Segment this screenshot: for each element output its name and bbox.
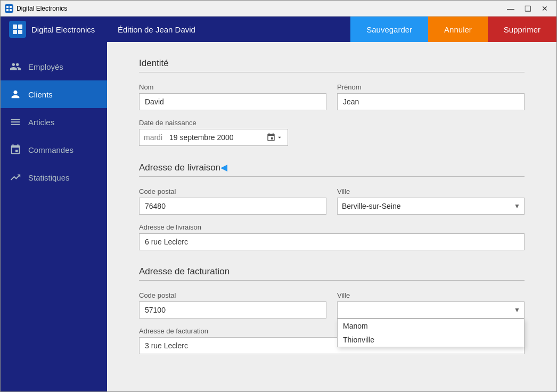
sidebar: Employés Clients Articles [1, 42, 107, 391]
svg-rect-6 [13, 30, 17, 34]
facturation-section: Adresse de facturation Code postal Ville… [139, 266, 525, 354]
app-logo: Digital Electronics [1, 17, 107, 42]
sidebar-label-articles: Articles [28, 118, 54, 127]
sidebar-label-commandes: Commandes [28, 145, 73, 154]
facturation-ville-group: Ville Manom Thionville ▼ Manom Thionvill [337, 291, 525, 318]
window-controls: — ❑ ✕ [503, 3, 552, 14]
close-button[interactable]: ✕ [537, 3, 552, 14]
sidebar-item-commandes[interactable]: Commandes [1, 136, 107, 164]
delete-button[interactable]: Supprimer [488, 17, 556, 42]
livraison-cp-label: Code postal [139, 187, 326, 195]
livraison-ville-group: Ville Berville-sur-Seine ▼ [337, 187, 525, 215]
identity-title: Identité [139, 58, 525, 69]
livraison-cp-input[interactable] [139, 198, 326, 215]
svg-rect-5 [18, 24, 22, 29]
livraison-adresse-group: Adresse de livraison [139, 223, 525, 250]
articles-icon [9, 116, 22, 128]
livraison-ville-select[interactable]: Berville-sur-Seine [337, 198, 525, 215]
clients-icon [9, 88, 22, 101]
sidebar-label-statistiques: Statistiques [28, 173, 70, 182]
commandes-icon [9, 143, 22, 156]
nom-label: Nom [139, 83, 326, 91]
facturation-cp-ville-row: Code postal Ville Manom Thionville ▼ [139, 291, 525, 318]
prenom-group: Prénom [337, 83, 525, 110]
minimize-button[interactable]: — [503, 3, 518, 14]
facturation-cp-group: Code postal [139, 291, 326, 318]
logo-icon [9, 21, 26, 38]
maximize-button[interactable]: ❑ [520, 3, 535, 14]
sidebar-item-employes[interactable]: Employés [1, 53, 107, 80]
date-value: 19 septembre 2000 [169, 133, 234, 142]
calendar-icon[interactable] [266, 133, 276, 142]
livraison-adresse-input[interactable] [139, 233, 525, 250]
identity-divider [139, 72, 525, 72]
identity-date-row: Date de naissance mardi 19 septembre 200… [139, 119, 525, 146]
date-group: Date de naissance mardi 19 septembre 200… [139, 119, 288, 146]
facturation-divider [139, 280, 525, 281]
identity-section: Identité Nom Prénom Date de naissance [139, 58, 525, 146]
page-title: Édition de Jean David [107, 17, 350, 42]
sidebar-item-clients[interactable]: Clients [1, 80, 107, 108]
employes-icon [9, 60, 22, 73]
svg-rect-1 [10, 6, 12, 8]
app-icon [5, 4, 13, 13]
date-label: Date de naissance [139, 119, 288, 127]
page-title-text: Édition de Jean David [118, 25, 195, 34]
facturation-ville-wrapper: Manom Thionville ▼ [337, 301, 525, 318]
prenom-label: Prénom [337, 83, 525, 91]
sidebar-item-articles[interactable]: Articles [1, 108, 107, 136]
svg-rect-3 [10, 9, 12, 11]
livraison-divider [139, 176, 525, 177]
livraison-section: Adresse de livraison◀ Code postal Ville … [139, 162, 525, 250]
sidebar-item-statistiques[interactable]: Statistiques [1, 164, 107, 191]
main-layout: Employés Clients Articles [1, 42, 556, 391]
sidebar-label-clients: Clients [28, 90, 53, 99]
identity-name-row: Nom Prénom [139, 83, 525, 110]
svg-rect-0 [6, 6, 9, 8]
facturation-ville-label: Ville [337, 291, 525, 299]
statistiques-icon [9, 171, 22, 184]
facturation-ville-dropdown: Manom Thionville [337, 318, 525, 347]
nom-group: Nom [139, 83, 326, 110]
svg-rect-4 [13, 24, 17, 29]
sidebar-label-employes: Employés [28, 62, 63, 71]
date-day: mardi [144, 133, 165, 142]
livraison-ville-label: Ville [337, 187, 525, 195]
app-name: Digital Electronics [31, 25, 95, 34]
date-picker[interactable]: mardi 19 septembre 2000 [139, 129, 288, 146]
livraison-adresse-row: Adresse de livraison [139, 223, 525, 250]
dropdown-manom[interactable]: Manom [338, 319, 524, 333]
content-area: Identité Nom Prénom Date de naissance [107, 42, 556, 391]
livraison-ville-wrapper: Berville-sur-Seine ▼ [337, 198, 525, 215]
livraison-cp-ville-row: Code postal Ville Berville-sur-Seine ▼ [139, 187, 525, 215]
app-header: Digital Electronics Édition de Jean Davi… [1, 17, 556, 42]
facturation-ville-select[interactable]: Manom Thionville [337, 301, 525, 318]
livraison-title: Adresse de livraison◀ [139, 162, 525, 173]
header-actions: Sauvegarder Annuler Supprimer [350, 17, 556, 42]
app-window: Digital Electronics — ❑ ✕ Digital Electr… [0, 0, 557, 392]
prenom-input[interactable] [337, 93, 525, 110]
svg-rect-2 [6, 9, 9, 11]
facturation-title: Adresse de facturation [139, 266, 525, 277]
facturation-cp-input[interactable] [139, 301, 326, 318]
title-bar: Digital Electronics — ❑ ✕ [1, 1, 556, 17]
date-dropdown-icon[interactable] [276, 134, 283, 141]
dropdown-thionville[interactable]: Thionville [338, 333, 524, 347]
svg-rect-7 [18, 30, 22, 34]
livraison-cp-group: Code postal [139, 187, 326, 215]
save-button[interactable]: Sauvegarder [350, 17, 428, 42]
nom-input[interactable] [139, 93, 326, 110]
livraison-adresse-label: Adresse de livraison [139, 223, 525, 231]
window-title: Digital Electronics [17, 5, 503, 12]
facturation-cp-label: Code postal [139, 291, 326, 299]
cancel-button[interactable]: Annuler [428, 17, 488, 42]
